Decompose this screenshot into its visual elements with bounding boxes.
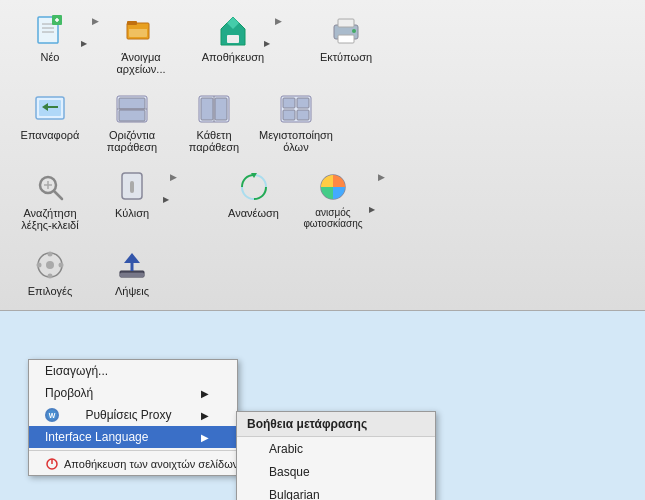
- refresh-icon: [236, 169, 272, 205]
- save-icon-svg: [217, 15, 249, 47]
- horiz-button[interactable]: Οριζόντια παράθεση: [92, 86, 172, 158]
- save-label: Αποθήκευση: [202, 51, 264, 63]
- downloads-icon-svg: [116, 249, 148, 281]
- proxy-icon: W: [45, 408, 59, 422]
- print-icon-svg: [330, 15, 362, 47]
- svg-point-47: [59, 263, 64, 268]
- svg-rect-15: [338, 19, 354, 27]
- downloads-label: Λήψεις: [115, 285, 149, 297]
- svg-rect-22: [119, 98, 145, 109]
- print-label: Εκτύπωση: [320, 51, 372, 63]
- toolbar-row1: Νέο ▶ ▶ Άνοιγμα αρχείων...: [0, 0, 645, 311]
- options-icon: [32, 247, 68, 283]
- open-button[interactable]: Άνοιγμα αρχείων...: [101, 8, 181, 80]
- vert-button[interactable]: Κάθετη παράθεση: [174, 86, 254, 158]
- options-button[interactable]: Επιλογές: [10, 242, 90, 302]
- toolbar-buttons-row4: Επιλογές Λήψεις: [10, 242, 635, 302]
- lang-bulgarian[interactable]: Bulgarian: [237, 483, 435, 500]
- lang-basque[interactable]: Basque: [237, 460, 435, 483]
- print-icon: [328, 13, 364, 49]
- lang-arabic[interactable]: Arabic: [237, 437, 435, 460]
- svg-rect-27: [215, 98, 227, 120]
- svg-point-44: [48, 252, 53, 257]
- new-button[interactable]: Νέο: [10, 8, 90, 68]
- svg-rect-8: [127, 21, 137, 25]
- svg-rect-31: [297, 98, 309, 108]
- language-submenu: Βοήθεια μετάφρασης Arabic Basque Bulgari…: [236, 411, 436, 500]
- scroll-button[interactable]: Κύλιση: [92, 164, 172, 224]
- svg-text:W: W: [49, 412, 56, 419]
- svg-rect-49: [120, 273, 144, 277]
- toolbar-buttons-row3: Αναζήτηση λέξης-κλειδί Κύλιση ▶ ▶: [10, 164, 635, 236]
- menu-eisagogi[interactable]: Εισαγωγή...: [29, 360, 237, 382]
- svg-rect-16: [338, 35, 354, 43]
- vert-icon: [196, 91, 232, 127]
- scroll-arrow: ▶: [163, 195, 169, 204]
- svg-rect-10: [129, 27, 147, 29]
- new-label: Νέο: [41, 51, 60, 63]
- colorize-button[interactable]: ανισμός φωτοσκίασης: [288, 164, 378, 234]
- arabic-check: [251, 441, 265, 456]
- vert-label: Κάθετη παράθεση: [177, 129, 251, 153]
- horiz-icon-svg: [116, 95, 148, 123]
- back-button[interactable]: Επαναφορά: [10, 86, 90, 146]
- search-label: Αναζήτηση λέξης-κλειδί: [13, 207, 87, 231]
- scroll-label: Κύλιση: [115, 207, 149, 219]
- svg-point-45: [48, 274, 53, 279]
- toolbar-buttons-row1: Νέο ▶ ▶ Άνοιγμα αρχείων...: [10, 8, 386, 80]
- save-button-wrap: Αποθήκευση ▶: [193, 8, 273, 68]
- menu-separator: [29, 450, 237, 451]
- open-icon-svg: [125, 15, 157, 47]
- colorize-label: ανισμός φωτοσκίασης: [291, 207, 375, 229]
- menu-interface[interactable]: Interface Language ▶: [29, 426, 237, 448]
- refresh-button[interactable]: Ανανέωση: [221, 164, 286, 224]
- bulgarian-check: [251, 487, 265, 500]
- max-button[interactable]: Μεγιστοποίηση όλων: [256, 86, 336, 158]
- options-icon-svg: [35, 250, 65, 280]
- downloads-button[interactable]: Λήψεις: [92, 242, 172, 302]
- svg-rect-32: [283, 110, 295, 120]
- max-icon: [278, 91, 314, 127]
- provoli-arrow: ▶: [201, 388, 209, 399]
- proxy-arrow: ▶: [201, 410, 209, 421]
- main-content: Εισαγωγή... Προβολή ▶ W Ρυθμίσεις Proxy …: [0, 311, 645, 500]
- colorize-icon-svg: [317, 171, 349, 203]
- horiz-icon: [114, 91, 150, 127]
- downloads-icon: [114, 247, 150, 283]
- back-icon-svg: [34, 93, 66, 125]
- svg-point-43: [46, 261, 54, 269]
- back-icon: [32, 91, 68, 127]
- new-button-wrap: Νέο ▶: [10, 8, 90, 68]
- svg-line-35: [54, 191, 62, 199]
- refresh-icon-svg: [238, 171, 270, 203]
- max-label: Μεγιστοποίηση όλων: [259, 129, 333, 153]
- new-arrow: ▶: [81, 39, 87, 48]
- save-button[interactable]: Αποθήκευση: [193, 8, 273, 68]
- search-button[interactable]: Αναζήτηση λέξης-κλειδί: [10, 164, 90, 236]
- menu-proxy[interactable]: W Ρυθμίσεις Proxy ▶: [29, 404, 237, 426]
- save-arrow-sep: ▶: [275, 8, 282, 26]
- max-icon-svg: [280, 95, 312, 123]
- open-label: Άνοιγμα αρχείων...: [104, 51, 178, 75]
- colorize-button-wrap: ανισμός φωτοσκίασης ▶: [288, 164, 378, 234]
- svg-point-46: [37, 263, 42, 268]
- scroll-icon: [114, 169, 150, 205]
- open-icon: [123, 13, 159, 49]
- menu-exit[interactable]: Αποθήκευση των ανοιχτών σελίδων και έξοδ…: [29, 453, 237, 475]
- svg-rect-23: [119, 110, 145, 121]
- print-button[interactable]: Εκτύπωση: [306, 8, 386, 68]
- svg-rect-33: [297, 110, 309, 120]
- save-arrow: ▶: [264, 39, 270, 48]
- svg-rect-30: [283, 98, 295, 108]
- svg-point-17: [352, 29, 356, 33]
- scroll-button-wrap: Κύλιση ▶: [92, 164, 172, 224]
- context-menu: Εισαγωγή... Προβολή ▶ W Ρυθμίσεις Proxy …: [28, 359, 238, 476]
- svg-rect-39: [130, 181, 134, 193]
- save-icon: [215, 13, 251, 49]
- menu-provoli[interactable]: Προβολή ▶: [29, 382, 237, 404]
- scroll-icon-svg: [116, 171, 148, 203]
- new-icon-svg: [34, 15, 66, 47]
- colorize-icon: [315, 169, 351, 205]
- interface-arrow: ▶: [201, 432, 209, 443]
- power-icon: [45, 457, 59, 471]
